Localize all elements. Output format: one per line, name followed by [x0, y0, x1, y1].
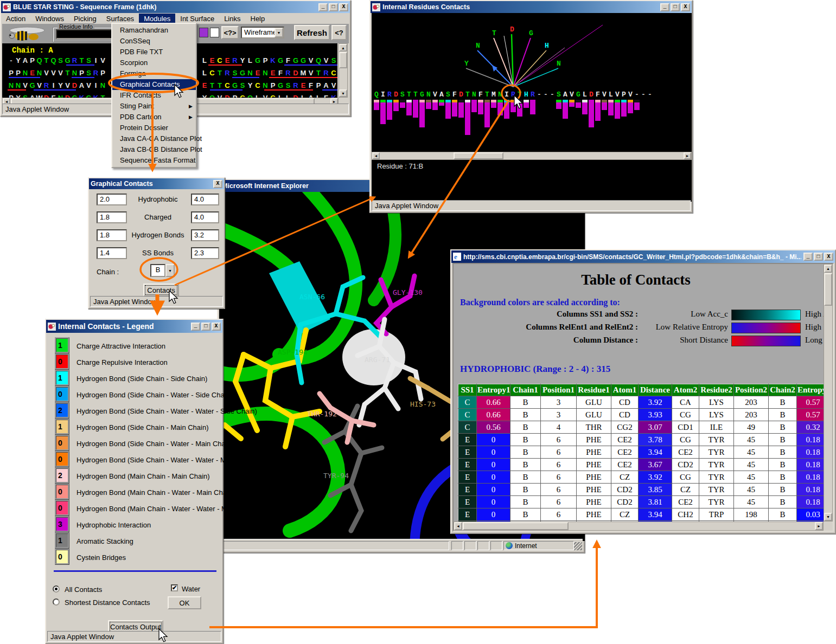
table-cell: B	[510, 459, 541, 471]
horizontal-scrollbar[interactable]: ◄ ►	[372, 152, 692, 160]
titlebar-table-of-contacts[interactable]: e http://sms.cbi.cnptia.embrapa.br/cgi-b…	[451, 250, 835, 263]
table-cell: 3.07	[639, 421, 672, 434]
maximize-icon[interactable]: □	[671, 3, 680, 11]
titlebar-legend[interactable]: Internal Contacts - Legend _□X	[46, 320, 222, 333]
residue-sequence-row[interactable]: QIRDSTTGNVASFDTNFTMNIRTHR---SAVGLDFVLVPV…	[373, 89, 653, 99]
scrollbar-corner	[824, 521, 833, 531]
menu-item-sequence-fasta-format[interactable]: Sequence Fasta Format	[112, 155, 196, 166]
contact-bar	[491, 102, 496, 108]
water-label[interactable]: Water	[182, 585, 200, 593]
menu-action[interactable]: Action	[1, 14, 30, 24]
scroll-down-icon[interactable]: ▼	[339, 89, 347, 97]
menu-modules[interactable]: Modules	[139, 14, 175, 24]
max-distance-field[interactable]: 2.3	[191, 247, 219, 259]
menu-int-surface[interactable]: Int Surface	[175, 14, 219, 24]
titlebar-internal-residues[interactable]: Internal Residues Contacts _□X	[371, 1, 692, 13]
scroll-up-icon[interactable]: ▲	[339, 44, 347, 51]
menu-item-java-ca-ca-distance-plot[interactable]: Java CA-CA Distance Plot	[112, 133, 196, 144]
all-contacts-label[interactable]: All Contacts	[65, 585, 102, 594]
pick-help-button[interactable]: <?>	[221, 26, 239, 39]
close-icon[interactable]: X	[212, 323, 221, 331]
close-icon[interactable]: X	[681, 3, 690, 11]
menu-picking[interactable]: Picking	[69, 14, 101, 24]
menu-item-formiga[interactable]: Formiga	[112, 68, 196, 79]
titlebar-graphical-contacts[interactable]: Graphical Contacts X	[89, 178, 224, 189]
menu-item-consseq[interactable]: ConSSeq	[112, 36, 196, 47]
all-contacts-radio[interactable]	[53, 585, 60, 593]
scroll-down-icon[interactable]: ▼	[824, 513, 832, 521]
contacts-button[interactable]: Contacts	[143, 284, 179, 297]
menu-item-sting-paint[interactable]: Sting Paint▶	[112, 101, 196, 112]
maximize-icon[interactable]: □	[329, 3, 338, 11]
maximize-icon[interactable]: □	[201, 323, 210, 331]
sequence-segment[interactable]: YQVDPCQLVCLLDLALFK	[201, 93, 337, 98]
minimize-icon[interactable]: _	[660, 3, 669, 11]
close-icon[interactable]: X	[339, 3, 348, 11]
color-swatch-purple[interactable]	[199, 28, 208, 37]
menu-help[interactable]: Help	[246, 14, 270, 24]
menu-links[interactable]: Links	[219, 14, 245, 24]
scroll-right-icon[interactable]: ►	[684, 152, 691, 159]
min-distance-field[interactable]: 2.0	[97, 194, 127, 205]
scroll-left-icon[interactable]: ◄	[454, 522, 462, 530]
menu-item-ramachandran[interactable]: Ramachandran	[112, 25, 196, 36]
max-distance-field[interactable]: 3.2	[191, 229, 219, 241]
sequence-segment[interactable]: LECERYLGPKGFGGVQVS	[201, 55, 337, 65]
max-distance-field[interactable]: 4.0	[191, 211, 219, 223]
sequence-segment[interactable]: PPNENVVVTNPSRP	[8, 68, 106, 78]
menu-item-graphical-contacts[interactable]: Graphical Contacts	[112, 79, 196, 90]
min-distance-field[interactable]: 1.4	[97, 247, 127, 259]
menu-item-pdb-file-txt[interactable]: PDB File TXT	[112, 47, 196, 57]
menu-item-scorpion[interactable]: Scorpion	[112, 57, 196, 68]
close-icon[interactable]: X	[213, 180, 222, 188]
minimize-icon[interactable]: _	[803, 253, 813, 261]
legend-label: Charge Attractive Interaction	[76, 342, 165, 350]
max-distance-field[interactable]: 4.0	[191, 194, 219, 205]
menu-item-java-cb-cb-distance-plot[interactable]: Java CB-CB Distance Plot	[112, 144, 196, 155]
table-cell: CD	[611, 396, 639, 409]
minimize-icon[interactable]: _	[191, 323, 200, 331]
contact-bar	[602, 102, 607, 110]
menu-windows[interactable]: Windows	[30, 14, 69, 24]
minimize-icon[interactable]: _	[318, 3, 328, 11]
menu-item-ifr-contacts[interactable]: IFR Contacts	[112, 90, 196, 101]
min-distance-field[interactable]: 1.8	[97, 229, 127, 241]
titlebar-sequence-frame[interactable]: BLUE STAR STING - Sequence Frame (1dhk) …	[1, 1, 350, 13]
chain-select[interactable]: B	[150, 264, 165, 277]
contacts-plot-pane[interactable]: QIRDSTTGNVASFDTNFTMNIRTHR---SAVGLDFVLVPV…	[372, 13, 692, 152]
ok-button[interactable]: OK	[168, 596, 201, 609]
contact-type-label: Charged	[131, 213, 185, 221]
water-checkbox[interactable]: ✔	[171, 584, 178, 591]
sequence-segment[interactable]: -YAPQTQSGRTSIV	[8, 55, 106, 65]
refresh-button[interactable]: Refresh	[294, 25, 330, 40]
chain-dropdown-icon[interactable]: ▼	[165, 264, 175, 277]
maximize-icon[interactable]: □	[814, 253, 823, 261]
sequence-segment[interactable]: NNVGVRIYVDAVIN	[8, 80, 106, 90]
menu-surfaces[interactable]: Surfaces	[101, 14, 139, 24]
min-distance-field[interactable]: 1.8	[97, 211, 127, 223]
shortest-distance-label[interactable]: Shortest Distance Contacts	[65, 598, 150, 607]
table-cell: B	[769, 434, 797, 446]
sequence-segment[interactable]: PYSAWDFNDGKGKT	[8, 93, 106, 98]
vertical-scrollbar[interactable]: ▲ ▼	[824, 264, 833, 521]
vertical-scrollbar[interactable]: ▲ ▼	[339, 43, 348, 98]
table-cell: E	[458, 471, 477, 484]
shortest-distance-radio[interactable]	[53, 598, 60, 606]
sequence-segment[interactable]: LCTRSGNENEFRDMVTRC	[201, 68, 337, 78]
render-mode-dropdown-icon[interactable]: ▼	[275, 28, 283, 37]
table-cell: 0	[477, 471, 510, 484]
close-icon[interactable]: X	[824, 253, 833, 261]
help-button[interactable]: <?	[331, 25, 347, 40]
legend-label: Hydrophobic Interaction	[76, 521, 151, 529]
resize-grip[interactable]	[574, 542, 582, 550]
menu-item-protein-dossier[interactable]: Protein Dossier	[112, 123, 196, 133]
table-cell: E	[458, 508, 477, 521]
menu-item-pdb-cartoon[interactable]: PDB Cartoon▶	[112, 112, 196, 123]
scroll-right-icon[interactable]: ►	[815, 522, 823, 530]
scroll-up-icon[interactable]: ▲	[824, 265, 832, 273]
scroll-left-icon[interactable]: ◄	[372, 152, 380, 159]
color-swatch-white[interactable]	[210, 28, 219, 37]
legend-label: Hydrogen Bond (Side Chain - Water - Wate…	[76, 456, 258, 464]
horizontal-scrollbar[interactable]: ◄ ►	[454, 521, 824, 531]
sequence-segment[interactable]: ETTCGSYCNPGSREFPAV	[201, 80, 337, 90]
